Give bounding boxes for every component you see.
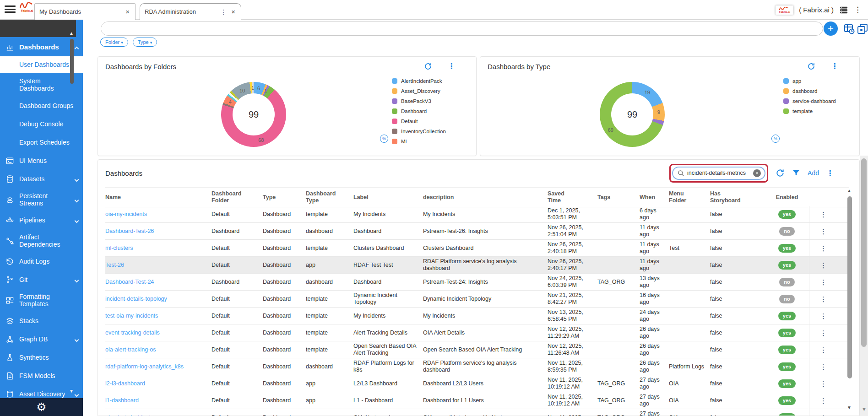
server-stack-icon[interactable]	[839, 6, 848, 14]
column-header-label[interactable]: Label	[353, 188, 423, 207]
legend-item-app[interactable]: app	[783, 78, 836, 84]
percent-toggle-icon[interactable]: %	[380, 135, 388, 143]
row-menu-icon[interactable]: ⋮	[820, 346, 827, 353]
scroll-up-icon[interactable]: ▲	[847, 188, 852, 193]
column-header-enabled[interactable]: Enabled	[765, 188, 809, 207]
dashboard-name-link[interactable]: Dashboard-Test-24	[105, 274, 212, 290]
global-search-bar[interactable]	[101, 22, 823, 36]
row-menu-icon[interactable]: ⋮	[820, 228, 827, 235]
column-header-actions[interactable]	[809, 188, 842, 207]
column-header-saved-time[interactable]: Saved Time	[548, 188, 597, 207]
dashboard-name-link[interactable]: oia-alert-tracking-os	[105, 341, 212, 358]
legend-item-ml[interactable]: ML	[392, 139, 446, 144]
close-icon[interactable]: ×	[230, 8, 236, 16]
row-menu-icon[interactable]: ⋮	[820, 262, 827, 269]
schedule-table-icon[interactable]	[844, 23, 855, 34]
close-icon[interactable]: ×	[125, 8, 130, 16]
column-header-dashboard-type[interactable]: Dashboard Type	[306, 188, 353, 207]
table-row[interactable]: oia-alert-tracking-osDefaultDashboardtem…	[105, 341, 849, 358]
dashboard-name-link[interactable]: Dashboard-Test-26	[105, 223, 212, 239]
dashboard-name-link[interactable]: event-tracking-details	[105, 324, 212, 341]
row-menu-icon[interactable]: ⋮	[820, 414, 827, 416]
dashboard-name-link[interactable]: Test-26	[105, 257, 212, 273]
refresh-icon[interactable]	[776, 168, 785, 178]
column-header-tags[interactable]: Tags	[597, 188, 640, 207]
scrollbar-thumb[interactable]	[70, 39, 74, 84]
table-search-bar[interactable]: ×	[672, 167, 765, 180]
column-header-menu-folder[interactable]: Menu Folder	[669, 188, 710, 207]
scroll-up-icon[interactable]: ▲	[69, 31, 74, 36]
row-menu-icon[interactable]: ⋮	[820, 330, 827, 336]
table-row[interactable]: event-tracking-detailsDefaultDashboardte…	[105, 324, 849, 341]
card-menu-icon[interactable]: ⋮	[831, 62, 838, 70]
dashboard-name-link[interactable]: oia-alerts-incidents-app	[105, 409, 212, 416]
tab-my-dashboards[interactable]: My Dashboards ×	[34, 3, 136, 20]
table-row[interactable]: l1-dashboardDefaultDashboardappL1 - Dash…	[105, 392, 849, 409]
overflow-menu-icon[interactable]: ⋮	[854, 5, 862, 15]
dashboard-name-link[interactable]: l1-dashboard	[105, 392, 212, 409]
tab-menu-icon[interactable]: ⋮	[219, 8, 230, 16]
page-scrollbar[interactable]: ▼	[860, 156, 868, 416]
column-header-has-storyboard[interactable]: Has Storyboard	[710, 188, 765, 207]
legend-item-asset-discovery[interactable]: Asset_Discovery	[392, 88, 446, 94]
row-menu-icon[interactable]: ⋮	[820, 211, 827, 218]
table-row[interactable]: oia-my-incidentsDefaultDashboardtemplate…	[105, 206, 849, 223]
dashboard-name-link[interactable]: rdaf-platform-log-analytics_k8s	[105, 358, 212, 375]
column-header-description[interactable]: description	[423, 188, 548, 207]
table-row[interactable]: Dashboard-Test-26DashboardDashboarddashb…	[105, 223, 849, 240]
row-menu-icon[interactable]: ⋮	[820, 313, 827, 319]
dashboard-name-link[interactable]: oia-my-incidents	[105, 206, 212, 222]
table-row[interactable]: incident-details-topologyDefaultDashboar…	[105, 291, 849, 308]
row-menu-icon[interactable]: ⋮	[820, 380, 827, 387]
copy-layout-icon[interactable]	[857, 23, 868, 34]
global-search-input[interactable]	[101, 22, 765, 35]
row-menu-icon[interactable]: ⋮	[820, 363, 827, 370]
legend-item-service-dashboard[interactable]: service-dashboard	[783, 98, 836, 104]
add-button[interactable]: Add	[808, 169, 819, 177]
column-header-name[interactable]: Name	[105, 188, 212, 207]
table-row[interactable]: l2-l3-dashboardDefaultDashboardappL2/L3 …	[105, 375, 849, 392]
scroll-down-icon[interactable]: ▼	[862, 406, 867, 412]
legend-item-basepackv3[interactable]: BasePackV3	[392, 98, 446, 104]
legend-item-dashboard[interactable]: dashboard	[783, 88, 836, 94]
refresh-icon[interactable]	[807, 62, 815, 70]
table-row[interactable]: oia-alerts-incidents-appDefaultDashboard…	[105, 409, 849, 416]
refresh-icon[interactable]	[424, 62, 432, 70]
scrollbar-thumb[interactable]	[861, 158, 867, 347]
legend-item-template[interactable]: template	[783, 108, 836, 114]
legend-item-dashboard[interactable]: Dashboard	[392, 108, 446, 114]
table-menu-icon[interactable]: ⋮	[826, 169, 834, 178]
column-header-dashboard-folder[interactable]: Dashboard Folder	[212, 188, 263, 207]
table-row[interactable]: Test-26DefaultDashboardappRDAF Test Test…	[105, 257, 849, 274]
hamburger-menu-icon[interactable]	[5, 5, 16, 14]
card-menu-icon[interactable]: ⋮	[448, 62, 455, 70]
dashboard-name-link[interactable]: l2-l3-dashboard	[105, 375, 212, 392]
row-menu-icon[interactable]: ⋮	[820, 397, 827, 404]
table-row[interactable]: test-oia-my-incidentsDefaultDashboardtem…	[105, 308, 849, 324]
legend-item-alertincidentpack[interactable]: AlertIncidentPack	[392, 78, 446, 84]
dashboard-name-link[interactable]: test-oia-my-incidents	[105, 308, 212, 324]
sidebar-scrollbar[interactable]: ▲ ▼	[68, 28, 76, 394]
column-header-type[interactable]: Type	[263, 188, 306, 207]
row-menu-icon[interactable]: ⋮	[820, 245, 827, 252]
table-row[interactable]: rdaf-platform-log-analytics_k8sDefaultDa…	[105, 358, 849, 375]
scroll-down-icon[interactable]: ▼	[69, 389, 74, 394]
dashboard-name-link[interactable]: ml-clusters	[105, 240, 212, 256]
legend-item-inventorycollection[interactable]: InventoryCollection	[392, 129, 446, 134]
scrollbar-thumb[interactable]	[847, 196, 852, 378]
percent-toggle-icon[interactable]: %	[771, 135, 780, 143]
row-menu-icon[interactable]: ⋮	[820, 296, 827, 303]
filter-funnel-icon[interactable]	[792, 169, 800, 177]
settings-gear-icon[interactable]: ⚙	[36, 401, 46, 413]
filter-chip-type[interactable]: Type ▾	[133, 38, 157, 47]
row-menu-icon[interactable]: ⋮	[820, 279, 827, 286]
column-header-when[interactable]: When	[640, 188, 669, 207]
table-row[interactable]: ml-clustersDefaultDashboardtemplateClust…	[105, 240, 849, 257]
table-search-input[interactable]	[687, 170, 750, 176]
legend-item-default[interactable]: Default	[392, 119, 446, 124]
tab-rda-administration[interactable]: RDA Administration ⋮ ×	[140, 3, 241, 20]
scroll-down-icon[interactable]: ▼	[847, 405, 852, 410]
add-dashboard-plus-button[interactable]: +	[824, 22, 838, 36]
clear-search-icon[interactable]: ×	[753, 169, 761, 177]
table-row[interactable]: Dashboard-Test-24DashboardDashboarddashb…	[105, 274, 849, 291]
